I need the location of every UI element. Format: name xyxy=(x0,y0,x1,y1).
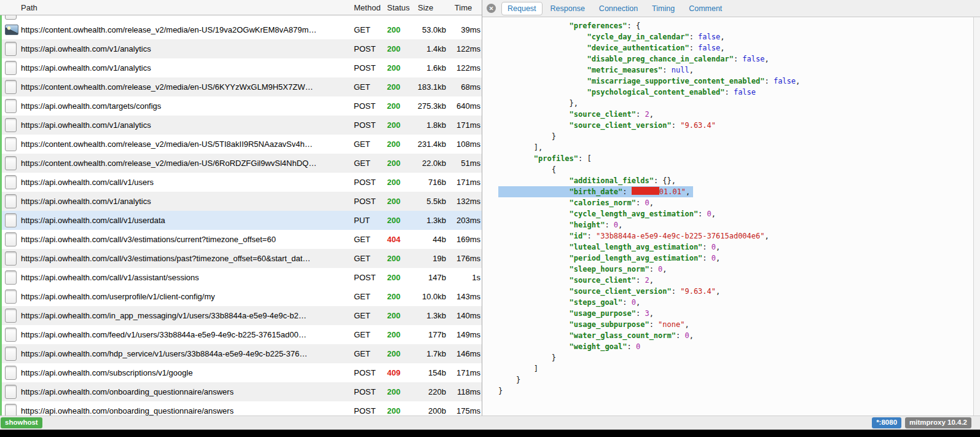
file-icon-cell xyxy=(0,289,21,304)
flow-row[interactable]: https://api.owhealth.com/targets/configs… xyxy=(0,96,482,116)
request-json-view[interactable]: "preferences": {"cycle_day_in_calendar":… xyxy=(482,17,973,415)
document-icon xyxy=(5,366,17,380)
flow-size: 1.7kb xyxy=(418,349,446,358)
mitmweb-window: Path Method Status Size Time https://con… xyxy=(0,0,980,437)
flow-method: GET xyxy=(354,140,387,149)
flow-method: POST xyxy=(354,197,387,206)
document-icon xyxy=(5,270,17,285)
flow-row[interactable]: https://api.owhealth.com/call/v1/userdat… xyxy=(0,211,482,230)
file-icon-cell xyxy=(0,137,21,151)
flow-status: 200 xyxy=(387,406,418,415)
column-header-size: Size xyxy=(418,3,446,12)
flow-size: 177b xyxy=(418,330,446,339)
flow-path: https://api.owhealth.com/subscriptions/v… xyxy=(21,368,354,377)
flow-method: POST xyxy=(354,387,387,396)
flow-row[interactable]: https://api.owhealth.com/v1/analytics PO… xyxy=(0,39,482,58)
code-line-highlighted: "birth_date": 01.01", xyxy=(498,186,973,197)
flow-row[interactable]: https://content.owhealth.com/release_v2/… xyxy=(0,77,482,96)
flow-row[interactable]: https://api.owhealth.com/call/v3/estimat… xyxy=(0,249,482,268)
column-header-time: Time xyxy=(446,3,482,12)
tab-timing[interactable]: Timing xyxy=(646,2,681,15)
showhost-badge[interactable]: showhost xyxy=(1,417,42,428)
code-line: "device_authentication": false, xyxy=(498,42,973,53)
flow-time: 132ms xyxy=(446,197,482,206)
flow-path: https://content.owhealth.com/release_v2/… xyxy=(21,140,354,149)
tab-connection[interactable]: Connection xyxy=(593,2,644,15)
flow-row[interactable]: https://api.owhealth.com/feed/v1/users/3… xyxy=(0,325,482,344)
flow-row[interactable]: https://api.owhealth.com/v1/analytics PO… xyxy=(0,116,482,135)
flow-size: 154b xyxy=(418,368,446,377)
file-icon-cell xyxy=(0,156,21,170)
status-bar: showhost *:8080 mitmproxy 10.4.2 xyxy=(0,415,980,430)
flow-time: 203ms xyxy=(446,216,482,225)
flow-status: 200 xyxy=(387,63,418,73)
flow-path: https://api.owhealth.com/feed/v1/users/3… xyxy=(21,330,354,339)
flow-row[interactable]: https://api.owhealth.com/call/v3/estimat… xyxy=(0,230,482,249)
proxy-port-badge: *:8080 xyxy=(872,417,901,428)
flow-path: https://api.owhealth.com/hdp_service/v1/… xyxy=(21,349,354,358)
code-line: "weight_goal": 0 xyxy=(498,341,973,352)
flow-row[interactable]: https://api.owhealth.com/subscriptions/v… xyxy=(0,363,482,382)
image-icon xyxy=(5,25,18,35)
flow-detail-pane: ✕ RequestResponseConnectionTimingComment… xyxy=(482,0,980,415)
flow-method: GET xyxy=(354,235,387,244)
flow-table-pane: Path Method Status Size Time https://con… xyxy=(0,0,482,415)
window-bottom-edge xyxy=(0,430,980,437)
flow-method: GET xyxy=(354,349,387,358)
flow-status: 200 xyxy=(387,44,418,53)
code-line: }, xyxy=(498,98,973,109)
flow-row[interactable]: https://api.owhealth.com/onboarding_ques… xyxy=(0,401,482,415)
flow-size: 231.4kb xyxy=(418,140,446,149)
code-line: "source_client": 2, xyxy=(498,275,973,286)
code-line: "water_glass_count_norm": 0, xyxy=(498,330,973,341)
flow-row[interactable]: https://content.owhealth.com/release_v2/… xyxy=(0,20,482,39)
code-line: "metric_measures": null, xyxy=(498,65,973,76)
flow-row[interactable]: https://content.owhealth.com/release_v2/… xyxy=(0,135,482,154)
flow-method: POST xyxy=(354,63,387,73)
flow-size: 53.0kb xyxy=(418,25,446,34)
flow-method: GET xyxy=(354,25,387,34)
flow-row[interactable]: https://api.owhealth.com/v1/analytics PO… xyxy=(0,58,482,77)
flow-time: 1s xyxy=(446,273,482,282)
tab-request[interactable]: Request xyxy=(501,2,543,15)
tab-response[interactable]: Response xyxy=(544,2,591,15)
flow-status: 200 xyxy=(387,311,418,320)
tab-comment[interactable]: Comment xyxy=(683,2,728,15)
flow-size: 147b xyxy=(418,273,446,282)
flow-method: POST xyxy=(354,406,387,415)
code-line: } xyxy=(498,131,973,142)
flow-path: https://api.owhealth.com/onboarding_ques… xyxy=(21,387,354,396)
flow-path: https://api.owhealth.com/v1/analytics xyxy=(21,197,354,206)
flow-row[interactable]: https://api.owhealth.com/call/v1/users P… xyxy=(0,173,482,192)
flow-time: 171ms xyxy=(446,368,482,377)
flow-row[interactable]: https://api.owhealth.com/in_app_messagin… xyxy=(0,306,482,325)
document-icon xyxy=(5,385,17,399)
document-icon xyxy=(5,194,17,208)
flow-row[interactable]: https://content.owhealth.com/release_v2/… xyxy=(0,154,482,173)
flow-rows[interactable]: https://content.owhealth.com/release_v2/… xyxy=(0,15,482,415)
flow-path: https://content.owhealth.com/release_v2/… xyxy=(21,159,354,168)
flow-path: https://api.owhealth.com/call/v1/users xyxy=(21,178,354,187)
document-icon xyxy=(5,118,17,132)
flow-row[interactable]: https://api.owhealth.com/call/v1/assista… xyxy=(0,268,482,287)
document-icon xyxy=(5,289,17,304)
flow-status: 200 xyxy=(387,82,418,92)
flow-path: https://api.owhealth.com/userprofile/v1/… xyxy=(21,292,354,301)
code-line: "disable_preg_chance_in_calendar": false… xyxy=(498,53,973,65)
flow-row[interactable]: https://api.owhealth.com/hdp_service/v1/… xyxy=(0,344,482,363)
code-line: "miscarriage_supportive_content_enabled"… xyxy=(498,76,973,87)
flow-size: 275.3kb xyxy=(418,101,446,111)
flow-method: GET xyxy=(354,82,387,92)
scrollbar-gutter[interactable] xyxy=(973,17,980,415)
flow-row[interactable]: https://api.owhealth.com/onboarding_ques… xyxy=(0,382,482,401)
flow-row[interactable]: https://api.owhealth.com/v1/analytics PO… xyxy=(0,192,482,211)
flow-status: 200 xyxy=(387,387,418,396)
file-icon-cell xyxy=(0,251,21,266)
close-icon[interactable]: ✕ xyxy=(487,4,496,13)
flow-row-partial[interactable] xyxy=(0,15,482,20)
document-icon xyxy=(5,309,17,323)
flow-row[interactable]: https://api.owhealth.com/userprofile/v1/… xyxy=(0,287,482,306)
document-icon xyxy=(5,232,17,246)
file-icon-cell xyxy=(0,309,21,323)
flow-status: 200 xyxy=(387,292,418,301)
